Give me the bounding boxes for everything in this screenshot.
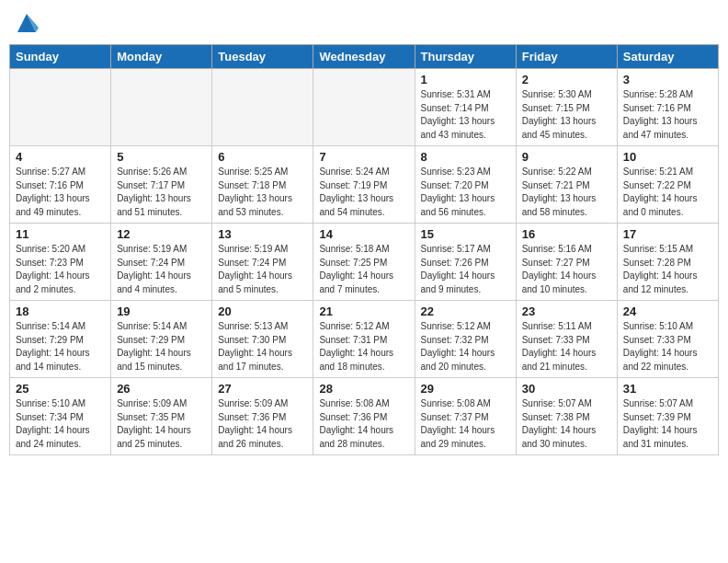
- day-number: 16: [522, 227, 611, 241]
- day-info: Sunrise: 5:17 AMSunset: 7:26 PMDaylight:…: [421, 243, 510, 296]
- calendar-cell: 24Sunrise: 5:10 AMSunset: 7:33 PMDayligh…: [617, 301, 718, 378]
- header-sunday: Sunday: [10, 45, 111, 69]
- day-number: 17: [623, 227, 712, 241]
- calendar-cell: 31Sunrise: 5:07 AMSunset: 7:39 PMDayligh…: [617, 378, 718, 455]
- day-info: Sunrise: 5:12 AMSunset: 7:32 PMDaylight:…: [421, 320, 510, 373]
- day-info: Sunrise: 5:07 AMSunset: 7:39 PMDaylight:…: [623, 397, 712, 451]
- week-row-4: 18Sunrise: 5:14 AMSunset: 7:29 PMDayligh…: [10, 301, 719, 378]
- day-number: 6: [218, 150, 307, 164]
- calendar-cell: 25Sunrise: 5:10 AMSunset: 7:34 PMDayligh…: [10, 378, 111, 455]
- calendar-cell: 2Sunrise: 5:30 AMSunset: 7:15 PMDaylight…: [516, 69, 617, 146]
- day-number: 9: [522, 150, 611, 164]
- calendar-cell: 23Sunrise: 5:11 AMSunset: 7:33 PMDayligh…: [516, 301, 617, 378]
- calendar-cell: [212, 69, 313, 146]
- day-number: 13: [218, 227, 307, 241]
- week-row-5: 25Sunrise: 5:10 AMSunset: 7:34 PMDayligh…: [10, 378, 719, 455]
- day-info: Sunrise: 5:23 AMSunset: 7:20 PMDaylight:…: [421, 166, 510, 219]
- calendar-cell: 10Sunrise: 5:21 AMSunset: 7:22 PMDayligh…: [617, 146, 718, 224]
- header-row: SundayMondayTuesdayWednesdayThursdayFrid…: [10, 45, 719, 69]
- day-info: Sunrise: 5:14 AMSunset: 7:29 PMDaylight:…: [117, 320, 206, 373]
- day-number: 7: [319, 150, 408, 164]
- day-info: Sunrise: 5:18 AMSunset: 7:25 PMDaylight:…: [319, 243, 408, 296]
- header-monday: Monday: [111, 45, 212, 69]
- calendar-cell: 16Sunrise: 5:16 AMSunset: 7:27 PMDayligh…: [516, 224, 617, 301]
- calendar-cell: 4Sunrise: 5:27 AMSunset: 7:16 PMDaylight…: [10, 146, 111, 224]
- calendar-cell: 9Sunrise: 5:22 AMSunset: 7:21 PMDaylight…: [516, 146, 617, 224]
- day-number: 21: [319, 304, 408, 318]
- day-info: Sunrise: 5:09 AMSunset: 7:36 PMDaylight:…: [218, 397, 307, 451]
- day-info: Sunrise: 5:16 AMSunset: 7:27 PMDaylight:…: [522, 243, 611, 296]
- day-number: 28: [319, 382, 408, 396]
- logo: [9, 9, 40, 37]
- calendar-table: SundayMondayTuesdayWednesdayThursdayFrid…: [9, 44, 719, 455]
- calendar-cell: 5Sunrise: 5:26 AMSunset: 7:17 PMDaylight…: [111, 146, 212, 224]
- calendar-cell: 7Sunrise: 5:24 AMSunset: 7:19 PMDaylight…: [313, 146, 415, 224]
- day-info: Sunrise: 5:12 AMSunset: 7:31 PMDaylight:…: [319, 320, 408, 373]
- calendar-cell: 19Sunrise: 5:14 AMSunset: 7:29 PMDayligh…: [111, 301, 212, 378]
- calendar-cell: 3Sunrise: 5:28 AMSunset: 7:16 PMDaylight…: [617, 69, 718, 146]
- day-number: 22: [421, 304, 510, 318]
- calendar-cell: 14Sunrise: 5:18 AMSunset: 7:25 PMDayligh…: [313, 224, 415, 301]
- day-number: 30: [522, 382, 611, 396]
- calendar-cell: 28Sunrise: 5:08 AMSunset: 7:36 PMDayligh…: [313, 378, 415, 455]
- day-info: Sunrise: 5:11 AMSunset: 7:33 PMDaylight:…: [522, 320, 611, 373]
- header-thursday: Thursday: [415, 45, 516, 69]
- day-info: Sunrise: 5:19 AMSunset: 7:24 PMDaylight:…: [218, 243, 307, 296]
- week-row-1: 1Sunrise: 5:31 AMSunset: 7:14 PMDaylight…: [10, 69, 719, 146]
- calendar-cell: 13Sunrise: 5:19 AMSunset: 7:24 PMDayligh…: [212, 224, 313, 301]
- day-number: 2: [522, 73, 611, 86]
- page-header: [9, 9, 719, 37]
- day-number: 15: [421, 227, 510, 241]
- day-info: Sunrise: 5:24 AMSunset: 7:19 PMDaylight:…: [319, 166, 408, 219]
- day-info: Sunrise: 5:10 AMSunset: 7:34 PMDaylight:…: [16, 397, 105, 451]
- day-number: 3: [623, 73, 712, 86]
- calendar-cell: 6Sunrise: 5:25 AMSunset: 7:18 PMDaylight…: [212, 146, 313, 224]
- day-info: Sunrise: 5:30 AMSunset: 7:15 PMDaylight:…: [522, 88, 611, 142]
- calendar-cell: 1Sunrise: 5:31 AMSunset: 7:14 PMDaylight…: [415, 69, 516, 146]
- day-number: 20: [218, 304, 307, 318]
- day-number: 19: [117, 304, 206, 318]
- calendar-cell: 26Sunrise: 5:09 AMSunset: 7:35 PMDayligh…: [111, 378, 212, 455]
- calendar-cell: 17Sunrise: 5:15 AMSunset: 7:28 PMDayligh…: [617, 224, 718, 301]
- calendar-cell: 15Sunrise: 5:17 AMSunset: 7:26 PMDayligh…: [415, 224, 516, 301]
- day-number: 31: [623, 382, 712, 396]
- day-info: Sunrise: 5:27 AMSunset: 7:16 PMDaylight:…: [16, 166, 105, 219]
- day-info: Sunrise: 5:08 AMSunset: 7:36 PMDaylight:…: [319, 397, 408, 451]
- day-number: 8: [421, 150, 510, 164]
- day-info: Sunrise: 5:07 AMSunset: 7:38 PMDaylight:…: [522, 397, 611, 451]
- day-info: Sunrise: 5:25 AMSunset: 7:18 PMDaylight:…: [218, 166, 307, 219]
- day-info: Sunrise: 5:09 AMSunset: 7:35 PMDaylight:…: [117, 397, 206, 451]
- calendar-cell: 22Sunrise: 5:12 AMSunset: 7:32 PMDayligh…: [415, 301, 516, 378]
- calendar-cell: 12Sunrise: 5:19 AMSunset: 7:24 PMDayligh…: [111, 224, 212, 301]
- calendar-cell: 20Sunrise: 5:13 AMSunset: 7:30 PMDayligh…: [212, 301, 313, 378]
- header-wednesday: Wednesday: [313, 45, 415, 69]
- logo-icon: [13, 9, 40, 37]
- day-number: 29: [421, 382, 510, 396]
- day-info: Sunrise: 5:08 AMSunset: 7:37 PMDaylight:…: [421, 397, 510, 451]
- calendar-cell: 21Sunrise: 5:12 AMSunset: 7:31 PMDayligh…: [313, 301, 415, 378]
- week-row-3: 11Sunrise: 5:20 AMSunset: 7:23 PMDayligh…: [10, 224, 719, 301]
- week-row-2: 4Sunrise: 5:27 AMSunset: 7:16 PMDaylight…: [10, 146, 719, 224]
- calendar-cell: 30Sunrise: 5:07 AMSunset: 7:38 PMDayligh…: [516, 378, 617, 455]
- day-number: 5: [117, 150, 206, 164]
- day-info: Sunrise: 5:28 AMSunset: 7:16 PMDaylight:…: [623, 88, 712, 142]
- calendar-cell: [111, 69, 212, 146]
- day-number: 23: [522, 304, 611, 318]
- day-number: 25: [16, 382, 105, 396]
- day-number: 11: [16, 227, 105, 241]
- day-info: Sunrise: 5:31 AMSunset: 7:14 PMDaylight:…: [421, 88, 510, 142]
- day-info: Sunrise: 5:19 AMSunset: 7:24 PMDaylight:…: [117, 243, 206, 296]
- day-number: 27: [218, 382, 307, 396]
- calendar-cell: 8Sunrise: 5:23 AMSunset: 7:20 PMDaylight…: [415, 146, 516, 224]
- calendar-cell: 11Sunrise: 5:20 AMSunset: 7:23 PMDayligh…: [10, 224, 111, 301]
- day-info: Sunrise: 5:26 AMSunset: 7:17 PMDaylight:…: [117, 166, 206, 219]
- day-number: 4: [16, 150, 105, 164]
- day-info: Sunrise: 5:20 AMSunset: 7:23 PMDaylight:…: [16, 243, 105, 296]
- day-info: Sunrise: 5:13 AMSunset: 7:30 PMDaylight:…: [218, 320, 307, 373]
- day-number: 26: [117, 382, 206, 396]
- day-number: 18: [16, 304, 105, 318]
- day-number: 14: [319, 227, 408, 241]
- header-saturday: Saturday: [617, 45, 718, 69]
- calendar-cell: [10, 69, 111, 146]
- day-number: 12: [117, 227, 206, 241]
